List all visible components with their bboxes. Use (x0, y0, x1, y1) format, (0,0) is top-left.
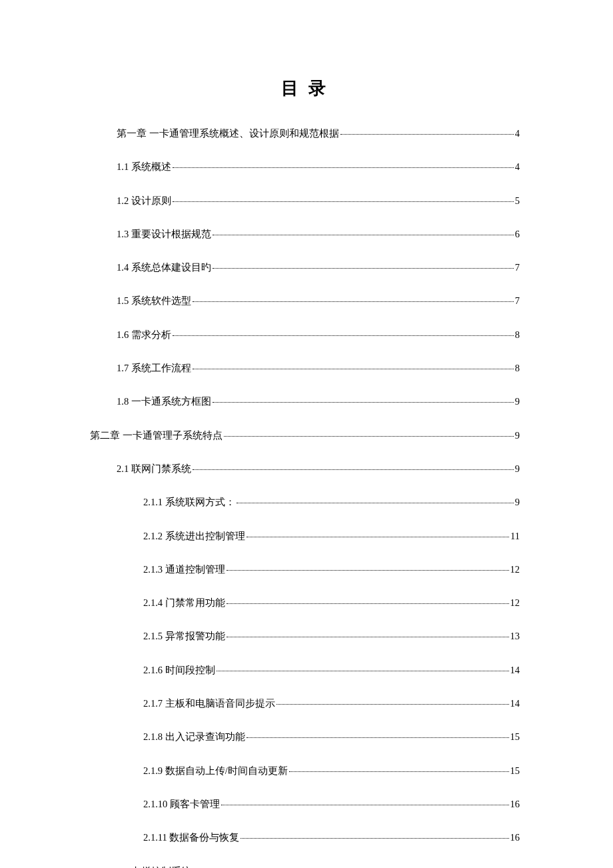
toc-entry[interactable]: 1.2 设计原则5 (90, 194, 520, 207)
toc-leader-dots (277, 704, 509, 705)
toc-leader-dots (173, 201, 514, 202)
toc-leader-dots (247, 537, 509, 537)
toc-entry-label: 第一章 一卡通管理系统概述、设计原则和规范根据 (117, 127, 339, 140)
toc-entry-page: 9 (515, 395, 520, 408)
toc-leader-dots (227, 603, 509, 604)
toc-leader-dots (227, 637, 509, 637)
toc-entry[interactable]: 2.1.3 通道控制管理 12 (90, 563, 520, 576)
toc-entry[interactable]: 2.1.10 顾客卡管理 16 (90, 797, 520, 811)
toc-entry[interactable]: 2.1.1 系统联网方式： 9 (90, 495, 520, 509)
toc-leader-dots (173, 167, 514, 168)
toc-entry[interactable]: 2.1.11 数据备份与恢复 16 (90, 831, 520, 844)
toc-entry-label: 第二章 一卡通管理子系统特点 (90, 429, 223, 442)
toc-entry-label: 2.1.3 通道控制管理 (143, 563, 225, 576)
toc-entry-page: 13 (510, 629, 520, 643)
toc-entry-page: 12 (510, 563, 520, 576)
toc-entry-page: 4 (515, 127, 520, 140)
toc-entry[interactable]: 2.2 电梯控制系统16 (90, 865, 520, 868)
toc-entry-label: 2.1.11 数据备份与恢复 (143, 831, 239, 844)
toc-leader-dots (193, 369, 514, 369)
toc-entry-label: 1.8 一卡通系统方框图 (117, 395, 211, 408)
toc-entry-page: 8 (515, 328, 520, 341)
document-page: 目 录 第一章 一卡通管理系统概述、设计原则和规范根据 41.1 系统概述41.… (0, 0, 613, 868)
toc-entry-page: 16 (510, 865, 520, 868)
toc-entry[interactable]: 2.1.8 出入记录查询功能 15 (90, 730, 520, 743)
toc-entry[interactable]: 2.1.6 时间段控制 14 (90, 663, 520, 677)
toc-entry-page: 8 (515, 361, 520, 375)
toc-leader-dots (241, 838, 508, 839)
toc-entry-label: 1.4 系统总体建设目旳 (117, 261, 211, 274)
toc-leader-dots (247, 737, 509, 738)
toc-leader-dots (289, 771, 509, 772)
toc-leader-dots (227, 570, 509, 571)
toc-entry-page: 12 (510, 596, 520, 609)
toc-entry[interactable]: 1.3 重要设计根据规范6 (90, 227, 520, 241)
toc-entry-label: 2.1.1 系统联网方式： (143, 495, 235, 509)
toc-entry-page: 7 (515, 261, 520, 274)
toc-entry-page: 15 (510, 764, 520, 777)
toc-entry[interactable]: 2.1.4 门禁常用功能 12 (90, 596, 520, 609)
toc-entry-label: 1.1 系统概述 (117, 160, 171, 173)
toc-entry[interactable]: 1.4 系统总体建设目旳7 (90, 261, 520, 274)
toc-leader-dots (213, 235, 514, 235)
toc-leader-dots (193, 301, 514, 302)
toc-entry-label: 2.1.7 主板和电脑语音同步提示 (143, 697, 275, 710)
toc-entry-page: 16 (510, 797, 520, 811)
toc-entry-label: 2.1.9 数据自动上传/时间自动更新 (143, 764, 288, 777)
toc-entry[interactable]: 1.8 一卡通系统方框图9 (90, 395, 520, 408)
toc-entry-label: 2.1.4 门禁常用功能 (143, 596, 225, 609)
toc-leader-dots (340, 134, 514, 135)
toc-leader-dots (213, 402, 514, 403)
toc-leader-dots (193, 469, 514, 470)
toc-entry-label: 1.6 需求分析 (117, 328, 171, 341)
toc-entry-label: 2.2 电梯控制系统 (117, 865, 191, 868)
toc-entry[interactable]: 2.1.2 系统进出控制管理 11 (90, 529, 520, 543)
toc-entry-page: 4 (515, 160, 520, 173)
toc-entry-label: 1.7 系统工作流程 (117, 361, 191, 375)
toc-entry-label: 2.1.6 时间段控制 (143, 663, 215, 677)
toc-entry[interactable]: 2.1.5 异常报警功能 13 (90, 629, 520, 643)
toc-list: 第一章 一卡通管理系统概述、设计原则和规范根据 41.1 系统概述41.2 设计… (90, 127, 520, 868)
toc-entry-label: 2.1.10 顾客卡管理 (143, 797, 220, 811)
toc-leader-dots (221, 805, 509, 805)
toc-entry-label: 2.1.2 系统进出控制管理 (143, 529, 245, 543)
toc-leader-dots (217, 671, 509, 671)
toc-entry-label: 2.1.8 出入记录查询功能 (143, 730, 245, 743)
toc-entry[interactable]: 2.1.7 主板和电脑语音同步提示 14 (90, 697, 520, 710)
toc-leader-dots (213, 268, 514, 269)
toc-entry[interactable]: 1.6 需求分析8 (90, 328, 520, 341)
toc-entry-label: 1.5 系统软件选型 (117, 294, 191, 307)
toc-entry-page: 6 (515, 227, 520, 241)
toc-entry-page: 14 (510, 697, 520, 710)
toc-entry-page: 16 (510, 831, 520, 844)
toc-entry-page: 5 (515, 194, 520, 207)
toc-entry-page: 9 (515, 495, 520, 509)
toc-entry-label: 2.1.5 异常报警功能 (143, 629, 225, 643)
toc-entry[interactable]: 2.1 联网门禁系统9 (90, 462, 520, 475)
toc-entry-page: 9 (515, 429, 520, 442)
toc-entry[interactable]: 第二章 一卡通管理子系统特点9 (90, 429, 520, 442)
toc-entry[interactable]: 1.7 系统工作流程8 (90, 361, 520, 375)
toc-entry-label: 1.3 重要设计根据规范 (117, 227, 211, 241)
toc-entry-page: 14 (510, 663, 520, 677)
toc-leader-dots (237, 503, 514, 503)
toc-entry-label: 1.2 设计原则 (117, 194, 171, 207)
toc-entry[interactable]: 第一章 一卡通管理系统概述、设计原则和规范根据 4 (90, 127, 520, 140)
toc-entry-page: 15 (510, 730, 520, 743)
toc-entry-label: 2.1 联网门禁系统 (117, 462, 191, 475)
toc-entry[interactable]: 1.5 系统软件选型7 (90, 294, 520, 307)
toc-entry[interactable]: 1.1 系统概述4 (90, 160, 520, 173)
toc-title: 目 录 (90, 77, 520, 100)
toc-entry[interactable]: 2.1.9 数据自动上传/时间自动更新 15 (90, 764, 520, 777)
toc-leader-dots (173, 335, 514, 336)
toc-entry-page: 11 (510, 529, 520, 543)
toc-leader-dots (224, 436, 514, 437)
toc-entry-page: 9 (515, 462, 520, 475)
toc-entry-page: 7 (515, 294, 520, 307)
